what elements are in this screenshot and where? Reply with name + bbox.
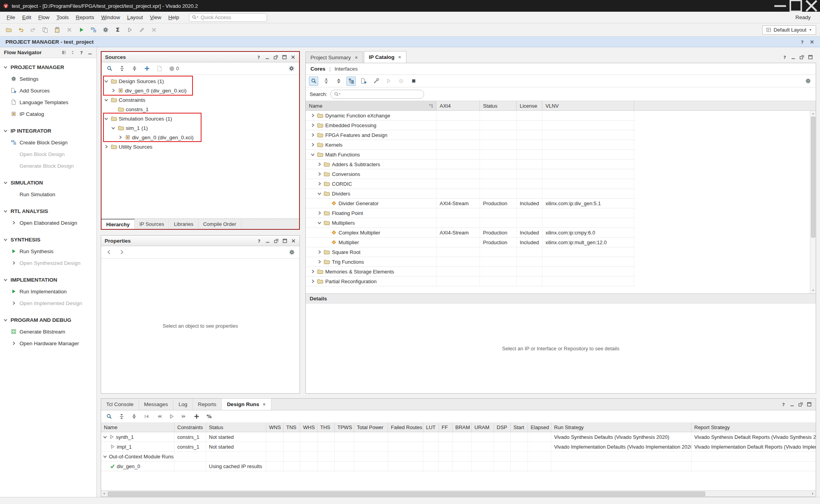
add-repository-icon[interactable] bbox=[359, 76, 368, 86]
collapse-all-icon[interactable] bbox=[117, 64, 127, 73]
close-icon[interactable] bbox=[355, 56, 358, 59]
window-maximize-icon[interactable] bbox=[788, 1, 804, 11]
forward-icon[interactable] bbox=[117, 248, 126, 257]
horizontal-scrollbar[interactable] bbox=[101, 490, 816, 497]
ip-category-trig-functions[interactable]: Trig Functions bbox=[306, 257, 635, 267]
step-forward-icon[interactable] bbox=[179, 412, 189, 421]
ip-row-divider-generator[interactable]: Divider GeneratorAXI4-StreamProductionIn… bbox=[306, 199, 635, 208]
flow-item-run-synthesis[interactable]: Run Synthesis bbox=[0, 245, 96, 257]
close-icon[interactable] bbox=[398, 55, 401, 59]
ip-category-conversions[interactable]: Conversions bbox=[306, 169, 635, 179]
flow-item-open-implemented-design[interactable]: Open Implemented Design bbox=[0, 297, 96, 309]
runs-column-total-power[interactable]: Total Power bbox=[354, 423, 388, 432]
tab-design-runs[interactable]: Design Runs bbox=[222, 398, 271, 410]
flow-item-run-implementation[interactable]: Run Implementation bbox=[0, 286, 96, 297]
quick-access-search[interactable] bbox=[189, 13, 267, 22]
sources-tab-ip-sources[interactable]: IP Sources bbox=[135, 219, 169, 229]
step-play-icon[interactable] bbox=[125, 25, 134, 35]
runs-column-bram[interactable]: BRAM bbox=[453, 423, 472, 432]
tab-messages[interactable]: Messages bbox=[139, 399, 174, 410]
source-node-utility-sources-7[interactable]: Utility Sources bbox=[102, 142, 299, 151]
runs-column-ths[interactable]: THS bbox=[317, 423, 335, 432]
flow-item-open-hardware-manager[interactable]: Open Hardware Manager bbox=[0, 337, 96, 349]
runs-column-report-strategy[interactable]: Report Strategy bbox=[692, 423, 816, 432]
help-icon[interactable]: ? bbox=[256, 55, 261, 60]
ip-category-embedded-processing[interactable]: Embedded Processing bbox=[306, 121, 635, 130]
add-icon[interactable] bbox=[142, 64, 152, 73]
ip-category-dynamic-function-exchange[interactable]: Dynamic Function eXchange bbox=[306, 111, 635, 121]
stop-icon[interactable] bbox=[409, 76, 418, 86]
flow-section-header-project-manager[interactable]: PROJECT MANAGER bbox=[0, 61, 96, 73]
flow-item-ip-catalog[interactable]: IP Catalog bbox=[0, 108, 96, 120]
layout-selector[interactable]: Default Layout bbox=[762, 25, 816, 35]
collapse-all-icon[interactable] bbox=[321, 76, 331, 86]
step-back-icon[interactable] bbox=[154, 412, 164, 421]
scrollbar-thumb[interactable] bbox=[108, 492, 705, 496]
back-icon[interactable] bbox=[104, 248, 114, 257]
flow-section-header-implementation[interactable]: IMPLEMENTATION bbox=[0, 274, 96, 286]
runs-column-start[interactable]: Start bbox=[511, 423, 528, 432]
sources-tab-hierarchy[interactable]: Hierarchy bbox=[102, 219, 135, 229]
redo-icon[interactable] bbox=[28, 25, 37, 35]
settings-icon[interactable] bbox=[803, 76, 813, 86]
settings-icon[interactable] bbox=[287, 248, 296, 257]
source-node-sim-1-5[interactable]: sim_1 (1) bbox=[102, 123, 299, 133]
tab-project-summary[interactable]: Project Summary bbox=[305, 51, 363, 63]
scroll-down-icon[interactable] bbox=[810, 287, 816, 293]
sources-tab-compile-order[interactable]: Compile Order bbox=[198, 219, 241, 229]
float-icon[interactable] bbox=[274, 238, 279, 243]
minimize-icon[interactable] bbox=[790, 402, 795, 407]
flow-item-generate-block-design[interactable]: Generate Block Design bbox=[0, 160, 96, 172]
ip-search-box[interactable] bbox=[330, 90, 424, 99]
menu-reports[interactable]: Reports bbox=[72, 12, 98, 22]
add-dark-icon[interactable] bbox=[192, 412, 201, 421]
expander[interactable] bbox=[103, 144, 109, 149]
group-view-icon[interactable] bbox=[346, 76, 356, 86]
runs-column-run-strategy[interactable]: Run Strategy bbox=[551, 423, 692, 432]
source-node-simulation-sources-4[interactable]: Simulation Sources (1) bbox=[102, 114, 299, 123]
close-icon[interactable] bbox=[262, 403, 266, 406]
help-icon[interactable]: ? bbox=[781, 402, 786, 407]
delete-icon[interactable] bbox=[149, 25, 159, 35]
float-icon[interactable] bbox=[798, 402, 803, 407]
quick-access-input[interactable] bbox=[201, 14, 264, 20]
subtab-interfaces[interactable]: Interfaces bbox=[335, 66, 358, 72]
runs-column-dsp[interactable]: DSP bbox=[494, 423, 511, 432]
menu-tools[interactable]: Tools bbox=[53, 12, 73, 22]
delete-icon[interactable] bbox=[64, 25, 74, 35]
flow-section-header-synthesis[interactable]: SYNTHESIS bbox=[0, 234, 96, 245]
ip-category-partial-reconfiguration[interactable]: Partial Reconfiguration bbox=[306, 277, 635, 286]
column-header-vlnv[interactable]: VLNV bbox=[542, 101, 634, 110]
expander[interactable] bbox=[103, 116, 109, 121]
layout-columns-icon[interactable] bbox=[62, 50, 67, 55]
sort-updown-icon[interactable] bbox=[70, 50, 75, 55]
ip-row-multiplier[interactable]: MultiplierProductionIncludedxilinx.com:i… bbox=[306, 238, 635, 247]
ip-category-square-root[interactable]: Square Root bbox=[306, 247, 635, 257]
ip-category-dividers[interactable]: Dividers bbox=[306, 189, 635, 199]
edit-icon[interactable] bbox=[137, 25, 146, 35]
source-node-constrs-1-3[interactable]: constrs_1 bbox=[102, 105, 299, 114]
ip-category-fpga-features-and-design[interactable]: FPGA Features and Design bbox=[306, 130, 635, 140]
run-icon[interactable] bbox=[77, 25, 86, 35]
flow-item-generate-bitstream[interactable]: Generate Bitstream bbox=[0, 326, 96, 337]
menu-file[interactable]: File bbox=[3, 12, 19, 22]
scroll-right-icon[interactable] bbox=[810, 491, 816, 497]
create-block-design-icon[interactable] bbox=[89, 25, 98, 35]
flow-section-header-program-and-debug[interactable]: PROGRAM AND DEBUG bbox=[0, 314, 96, 326]
flow-item-settings[interactable]: Settings bbox=[0, 73, 96, 85]
ip-category-math-functions[interactable]: Math Functions bbox=[306, 150, 635, 160]
column-header-status[interactable]: Status bbox=[480, 101, 517, 110]
float-icon[interactable] bbox=[799, 55, 804, 60]
flow-item-open-synthesized-design[interactable]: Open Synthesized Design bbox=[0, 257, 96, 269]
search-icon[interactable] bbox=[105, 64, 114, 73]
window-minimize-icon[interactable] bbox=[772, 1, 788, 11]
runs-column-tpws[interactable]: TPWS bbox=[335, 423, 354, 432]
flow-section-header-simulation[interactable]: SIMULATION bbox=[0, 177, 96, 188]
customize-wrench-icon[interactable] bbox=[371, 76, 381, 86]
run-step-icon[interactable] bbox=[384, 76, 393, 86]
ip-category-floating-point[interactable]: Floating Point bbox=[306, 208, 635, 218]
source-node-design-sources-0[interactable]: Design Sources (1) bbox=[102, 76, 299, 86]
maximize-icon[interactable] bbox=[807, 402, 812, 407]
source-node-constraints-2[interactable]: Constraints bbox=[102, 95, 299, 105]
expander[interactable] bbox=[110, 125, 116, 131]
